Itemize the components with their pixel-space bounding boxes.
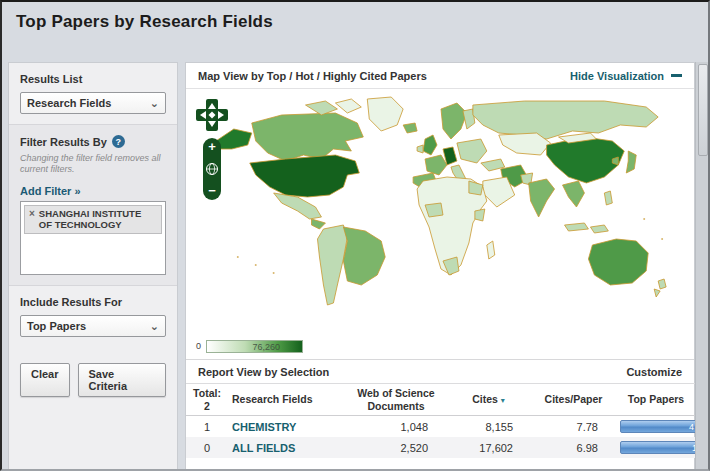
documents-value: 2,520 <box>346 437 446 458</box>
chevron-down-icon: ⌄ <box>150 98 159 108</box>
map-view-title: Map View by Top / Hot / Highly Cited Pap… <box>198 70 427 82</box>
total-count: 2 <box>190 400 224 413</box>
legend-min-value: 0 <box>196 341 201 351</box>
total-label: Total: <box>190 387 224 400</box>
sidebar: Results List Research Fields ⌄ Filter Re… <box>8 62 178 471</box>
map-region-arctic-islands <box>335 99 361 113</box>
hide-visualization-label: Hide Visualization <box>570 70 664 82</box>
filter-chip[interactable]: × SHANGHAI INSTITUTE OF TECHNOLOGY <box>24 205 162 235</box>
map-legend: 0 76,260 <box>186 333 694 359</box>
filter-results-label: Filter Results By <box>20 136 107 148</box>
results-list-select[interactable]: Research Fields ⌄ <box>20 92 166 114</box>
column-top-papers: Top Papers <box>616 384 696 416</box>
title-bar: Top Papers by Research Fields <box>0 0 710 60</box>
remove-filter-icon[interactable]: × <box>29 208 35 231</box>
map-region-eastern-europe <box>457 139 487 163</box>
row-index: 1 <box>186 416 228 438</box>
zoom-out-button[interactable]: − <box>208 185 216 197</box>
map-region-indonesia <box>565 223 589 231</box>
column-wos-documents: Web of Science Documents <box>346 384 446 416</box>
help-icon[interactable]: ? <box>112 135 125 148</box>
field-link-chemistry[interactable]: CHEMISTRY <box>232 421 296 433</box>
legend-gradient-bar: 76,260 <box>206 340 303 353</box>
map-region-russia <box>473 101 658 139</box>
map-region-ireland <box>417 145 423 153</box>
add-filter-link[interactable]: Add Filter » <box>20 185 81 197</box>
hide-visualization-link[interactable]: Hide Visualization <box>570 70 682 82</box>
vertical-scrollbar[interactable] <box>695 62 710 471</box>
results-list-selected-value: Research Fields <box>27 97 111 109</box>
scrollbar-thumb[interactable] <box>698 64 708 156</box>
column-cites-sort[interactable]: Cites ▾ <box>446 384 531 416</box>
filter-section: Filter Results By ? Changing the filter … <box>9 124 177 286</box>
map-controls: + − <box>194 97 230 200</box>
include-results-selected-value: Top Papers <box>27 320 86 332</box>
report-view-title: Report View by Selection <box>198 366 329 378</box>
cites-per-paper-value: 7.78 <box>531 416 616 438</box>
map-region-south-america-west <box>317 225 347 305</box>
sort-desc-icon: ▾ <box>501 396 505 405</box>
map-region-indochina <box>563 181 585 207</box>
map-region-central-america <box>312 219 326 229</box>
zoom-in-button[interactable]: + <box>208 141 216 153</box>
map-region-brazil <box>343 227 385 285</box>
top-papers-bar: 14 <box>620 441 706 454</box>
map-region-new-zealand <box>654 289 660 297</box>
globe-icon[interactable] <box>205 162 219 176</box>
field-link-all-fields[interactable]: ALL FIELDS <box>232 442 295 454</box>
pan-control[interactable] <box>194 97 230 133</box>
map-region-australia <box>588 239 648 285</box>
filter-chip-label: SHANGHAI INSTITUTE OF TECHNOLOGY <box>39 208 157 231</box>
table-header-row: Total: 2 Research Fields Web of Science … <box>186 384 696 416</box>
documents-value: 1,048 <box>346 416 446 438</box>
map-region-india <box>529 179 555 217</box>
map-region-canada <box>252 113 364 161</box>
map-region-indonesia <box>590 225 608 233</box>
map-region-greenland <box>367 97 403 131</box>
map-header: Map View by Top / Hot / Highly Cited Pap… <box>186 63 694 89</box>
cites-per-paper-value: 6.98 <box>531 437 616 458</box>
report-table: Total: 2 Research Fields Web of Science … <box>186 383 696 458</box>
page-title: Top Papers by Research Fields <box>16 12 694 32</box>
row-index: 0 <box>186 437 228 458</box>
include-results-select[interactable]: Top Papers ⌄ <box>20 315 166 337</box>
main-panel: Map View by Top / Hot / Highly Cited Pap… <box>185 62 695 471</box>
customize-link[interactable]: Customize <box>626 366 682 378</box>
save-criteria-button[interactable]: Save Criteria <box>78 363 166 397</box>
world-map[interactable]: + − <box>186 89 694 333</box>
top-papers-value: 4 <box>689 422 694 432</box>
top-papers-bar: 4 <box>620 420 698 433</box>
total-header: Total: 2 <box>186 384 228 416</box>
table-row: 1 CHEMISTRY 1,048 8,155 7.78 4 <box>186 416 696 438</box>
include-results-section: Include Results For Top Papers ⌄ <box>9 286 177 347</box>
minus-icon <box>671 74 682 77</box>
map-region-iceland <box>403 123 417 133</box>
map-region-france <box>425 155 447 175</box>
map-region-egypt <box>469 181 483 195</box>
zoom-control: + − <box>203 138 221 200</box>
column-cites-label: Cites <box>472 393 498 405</box>
cites-value: 17,602 <box>446 437 531 458</box>
map-region-philippines <box>604 191 612 205</box>
results-list-section: Results List Research Fields ⌄ <box>9 63 177 124</box>
map-region-madagascar <box>487 241 495 259</box>
table-row: 0 ALL FIELDS 2,520 17,602 6.98 14 <box>186 437 696 458</box>
legend-max-value: 76,260 <box>252 342 280 352</box>
map-region-uk <box>423 135 437 155</box>
map-region-ethiopia <box>475 209 485 221</box>
report-header-bar: Report View by Selection Customize <box>186 359 694 383</box>
cites-value: 8,155 <box>446 416 531 438</box>
results-list-label: Results List <box>20 73 166 85</box>
column-research-fields: Research Fields <box>228 384 346 416</box>
include-results-label: Include Results For <box>20 296 166 308</box>
content: Results List Research Fields ⌄ Filter Re… <box>8 62 710 471</box>
chevron-down-icon: ⌄ <box>150 321 159 331</box>
map-region-scandinavia <box>441 103 467 139</box>
map-region-japan <box>626 151 636 173</box>
clear-button[interactable]: Clear <box>20 363 70 397</box>
map-region-new-zealand <box>658 279 666 289</box>
map-region-usa <box>250 155 360 197</box>
choropleth-map <box>186 89 694 333</box>
column-cites-per-paper: Cites/Paper <box>531 384 616 416</box>
filter-note: Changing the filter field removes all cu… <box>20 153 166 176</box>
